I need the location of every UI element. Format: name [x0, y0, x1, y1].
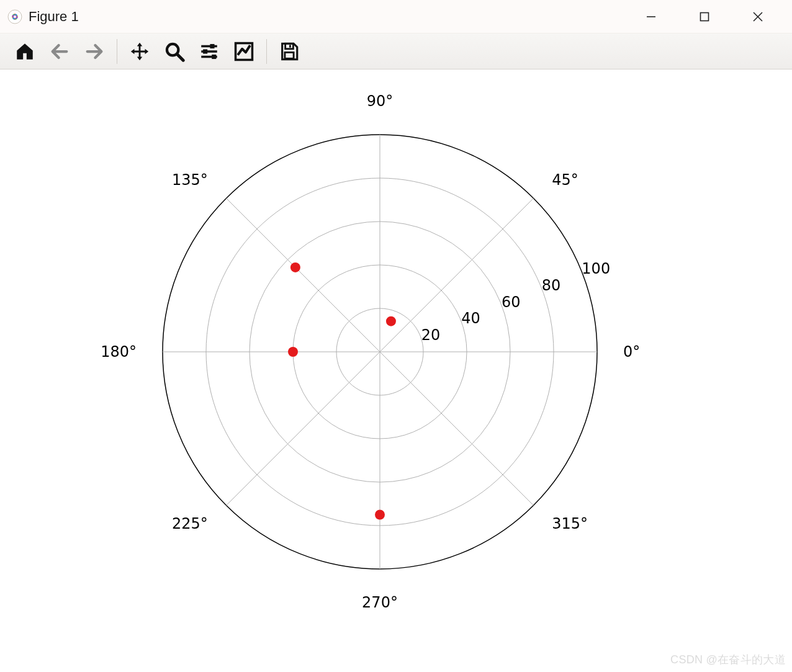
svg-text:80: 80 — [542, 277, 561, 294]
svg-rect-21 — [289, 45, 291, 47]
svg-point-6 — [14, 16, 16, 18]
svg-text:90°: 90° — [367, 92, 394, 110]
svg-point-50 — [290, 262, 300, 272]
svg-line-33 — [227, 352, 380, 505]
app-icon — [7, 9, 22, 24]
svg-text:270°: 270° — [362, 594, 398, 611]
back-icon — [49, 41, 70, 62]
maximize-button[interactable] — [678, 0, 731, 34]
svg-point-51 — [288, 347, 298, 357]
svg-line-29 — [380, 199, 533, 352]
svg-point-49 — [386, 316, 396, 326]
forward-icon — [84, 41, 105, 62]
polar-plot: 0°45°90°135°180°225°270°315°20406080100 — [0, 69, 792, 672]
sliders-icon — [199, 41, 220, 62]
svg-text:180°: 180° — [101, 343, 137, 361]
svg-line-31 — [227, 199, 380, 352]
minimize-button[interactable] — [624, 0, 678, 34]
svg-rect-18 — [212, 54, 216, 58]
svg-point-52 — [375, 510, 385, 520]
save-icon — [279, 41, 300, 62]
svg-text:315°: 315° — [552, 515, 588, 532]
zoom-icon — [164, 41, 185, 62]
toolbar — [0, 34, 792, 69]
titlebar-left: Figure 1 — [7, 9, 79, 25]
svg-text:225°: 225° — [172, 515, 208, 532]
titlebar: Figure 1 — [0, 0, 792, 34]
svg-text:40: 40 — [461, 310, 480, 327]
svg-text:45°: 45° — [552, 171, 578, 189]
svg-text:60: 60 — [502, 293, 521, 311]
move-icon — [129, 41, 150, 62]
svg-rect-17 — [203, 49, 207, 53]
close-button[interactable] — [731, 0, 785, 34]
window-controls — [624, 0, 785, 33]
pan-button[interactable] — [124, 37, 156, 66]
svg-rect-16 — [210, 43, 214, 48]
save-button[interactable] — [273, 37, 305, 66]
configure-button[interactable] — [193, 37, 225, 66]
toolbar-separator — [117, 39, 117, 64]
forward-button[interactable] — [78, 37, 110, 66]
zoom-button[interactable] — [158, 37, 191, 66]
window-title: Figure 1 — [29, 9, 79, 25]
svg-text:135°: 135° — [172, 171, 208, 189]
svg-line-35 — [380, 352, 533, 505]
svg-rect-8 — [701, 12, 709, 20]
svg-text:0°: 0° — [623, 343, 640, 361]
home-button[interactable] — [9, 37, 41, 66]
chart-line-icon — [233, 41, 254, 62]
svg-rect-22 — [285, 52, 294, 58]
home-icon — [14, 41, 35, 62]
svg-text:20: 20 — [421, 326, 441, 344]
svg-text:100: 100 — [582, 260, 610, 277]
svg-line-12 — [177, 54, 183, 60]
toolbar-separator — [266, 39, 267, 64]
back-button[interactable] — [43, 37, 76, 66]
figure-canvas[interactable]: 0°45°90°135°180°225°270°315°20406080100 … — [0, 69, 792, 672]
edit-axis-button[interactable] — [228, 37, 260, 66]
